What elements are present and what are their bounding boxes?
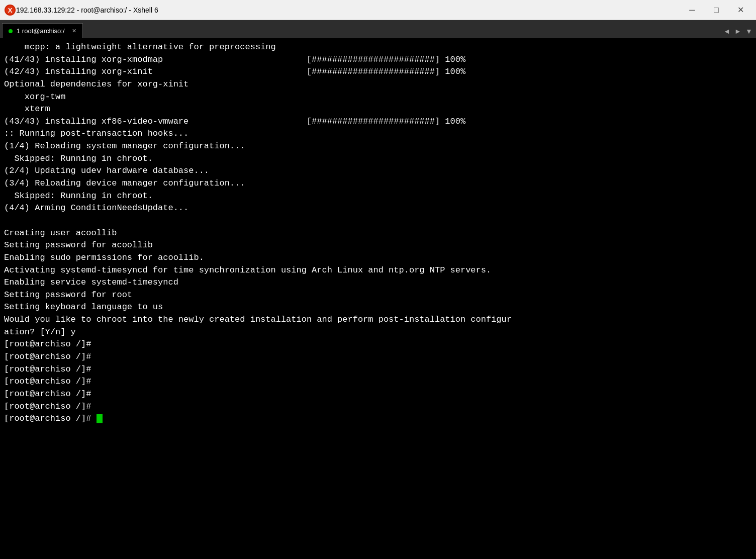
tab-dropdown-button[interactable]: ▼ <box>744 26 754 36</box>
tab-bar: 1 root@archiso:/ ✕ ◄ ► ▼ <box>0 20 756 38</box>
maximize-button[interactable]: □ <box>705 3 728 18</box>
xshell-window: X 192.168.33.129:22 - root@archiso:/ - X… <box>0 0 756 559</box>
minimize-button[interactable]: ─ <box>681 3 704 18</box>
tab-navigation: ◄ ► ▼ <box>722 26 754 38</box>
window-controls: ─ □ ✕ <box>681 3 752 18</box>
terminal-cursor <box>97 414 103 423</box>
tab-status-indicator <box>9 29 13 33</box>
title-bar: X 192.168.33.129:22 - root@archiso:/ - X… <box>0 0 756 20</box>
tab-next-button[interactable]: ► <box>733 26 743 36</box>
window-title: 192.168.33.129:22 - root@archiso:/ - Xsh… <box>16 6 681 14</box>
tab-label: 1 root@archiso:/ <box>17 27 65 35</box>
svg-text:X: X <box>8 7 13 14</box>
close-button[interactable]: ✕ <box>729 3 752 18</box>
tab-close-button[interactable]: ✕ <box>72 28 76 34</box>
terminal-output[interactable]: mcpp: a lightweight alternative for prep… <box>0 38 756 559</box>
app-logo-icon: X <box>4 4 16 16</box>
terminal-tab[interactable]: 1 root@archiso:/ ✕ <box>2 23 83 38</box>
tab-prev-button[interactable]: ◄ <box>722 26 732 36</box>
